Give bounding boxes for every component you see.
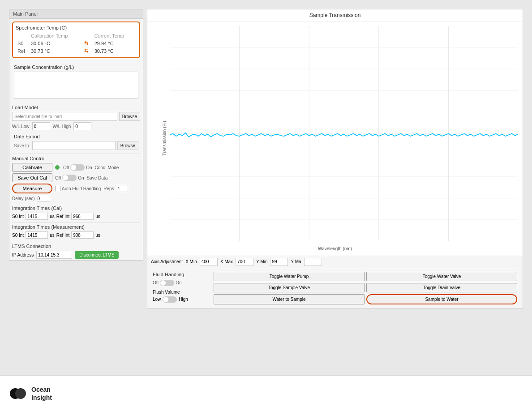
conc-mode-on-label: On: [86, 165, 92, 170]
fluid-off-label: Off: [153, 280, 159, 285]
ip-address-input[interactable]: [36, 251, 72, 259]
svg-point-34: [15, 388, 26, 399]
integration-meas-section: Integration Times (Measurement) S0 Int u…: [12, 223, 140, 240]
flush-high-label: High: [179, 297, 188, 302]
y-max-label: Y Ma: [291, 259, 301, 264]
save-path-input[interactable]: [32, 141, 116, 150]
fluid-handling-section: Fluid Handling Off On Flush Volume Low H…: [147, 268, 523, 308]
reps-label: Reps: [103, 186, 114, 191]
chart-area: Transmission (%): [147, 21, 523, 256]
int-cal-ref-input[interactable]: [71, 213, 94, 220]
int-cal-s0-input[interactable]: [26, 213, 48, 220]
manual-control-section: Manual Control Calibrate Off On Conc. Mo…: [12, 154, 140, 202]
footer: Ocean Insight: [0, 375, 532, 411]
wl-high-label: W/L High: [53, 124, 71, 129]
wl-low-input[interactable]: [32, 122, 50, 130]
conc-mode-off-label: Off: [63, 165, 69, 170]
auto-fluid-label: Auto Fluid Handling: [62, 186, 101, 191]
save-out-cal-button[interactable]: Save Out Cal: [12, 173, 52, 182]
browse-save-button[interactable]: Browse: [117, 141, 138, 150]
col-header-current: Current Temp: [93, 32, 137, 39]
int-cal-s0-label: S0 Int: [12, 214, 24, 219]
panel-title: Main Panel: [9, 9, 143, 19]
save-data-label: Save Data: [87, 176, 108, 180]
concentration-display: [14, 72, 138, 98]
fluid-btn-toggle-water-valve[interactable]: Toggle Water Valve: [366, 272, 517, 281]
calibrate-button[interactable]: Calibrate: [12, 163, 52, 172]
int-meas-ref-input[interactable]: [71, 231, 94, 239]
auto-fluid-checkbox[interactable]: [55, 186, 60, 191]
int-meas-s0-unit: us: [50, 233, 55, 238]
fluid-btn-water-to-sample[interactable]: Water to Sample: [214, 294, 365, 304]
ltms-section: LTMS Connection IP Address Disconnect LT…: [12, 242, 140, 259]
temp-row-name: S0: [16, 39, 29, 47]
int-cal-ref-label: Ref Int: [56, 214, 69, 219]
transmission-chart: 101 100.8 100.6 100.4 100.2 100 99.8 99.…: [170, 26, 518, 241]
x-axis-label: Wavelength (nm): [318, 246, 352, 251]
temp-arrow-icon: ⇆: [82, 39, 92, 47]
int-cal-s0-unit: us: [50, 214, 55, 219]
temp-arrow-icon: ⇆: [82, 47, 92, 55]
ltms-label: LTMS Connection: [12, 244, 140, 249]
temp-cal-value: 30.73 °C: [29, 47, 82, 55]
temp-cal-value: 30.06 °C: [29, 39, 82, 47]
int-meas-s0-label: S0 Int: [12, 233, 24, 238]
conc-mode-toggle[interactable]: [70, 164, 85, 171]
x-min-input[interactable]: [200, 258, 218, 266]
temp-current-value: 29.94 °C: [93, 39, 137, 47]
delay-input[interactable]: [37, 195, 50, 202]
model-file-input[interactable]: [12, 112, 117, 121]
sample-concentration-label: Sample Concentration (g/L): [14, 64, 138, 70]
integration-meas-label: Integration Times (Measurement): [12, 224, 140, 230]
fluid-btn-sample-to-water[interactable]: Sample to Water: [366, 294, 517, 304]
y-max-input[interactable]: [304, 258, 322, 266]
flush-low-label: Low: [153, 297, 161, 302]
reps-input[interactable]: [117, 185, 128, 192]
conc-mode-label: Conc. Mode: [95, 165, 119, 170]
x-max-label: X Max: [220, 259, 233, 264]
wl-low-label: W/L Low: [12, 124, 30, 129]
delay-label: Delay (sec): [12, 196, 35, 201]
fluid-btn-toggle-sample-valve[interactable]: Toggle Sample Valve: [214, 283, 365, 292]
int-meas-ref-unit: us: [95, 233, 100, 238]
measure-button[interactable]: Measure: [12, 184, 52, 193]
flush-volume-toggle[interactable]: [163, 296, 177, 303]
ocean-insight-logo-icon: [9, 385, 27, 402]
fluid-handling-label: Fluid Handling: [153, 272, 206, 277]
integration-cal-label: Integration Times (Cal): [12, 206, 140, 211]
manual-control-label: Manual Control: [12, 156, 140, 161]
wl-high-input[interactable]: [73, 122, 91, 130]
data-export-label: Date Export: [14, 134, 138, 139]
browse-model-button[interactable]: Browse: [119, 112, 140, 121]
load-model-section: Load Model Browse W/L Low W/L High: [12, 105, 140, 130]
save-data-off-label: Off: [55, 176, 61, 180]
spec-temp-section: Spectrometer Temp (C) Calibration Temp C…: [12, 21, 140, 58]
calibrate-status-indicator: [55, 165, 60, 170]
left-panel: Main Panel Spectrometer Temp (C) Calibra…: [9, 9, 143, 261]
fluid-btn-toggle-water-pump[interactable]: Toggle Water Pump: [214, 272, 365, 281]
int-meas-ref-label: Ref Int: [56, 233, 69, 238]
int-meas-s0-input[interactable]: [26, 231, 48, 239]
y-min-label: Y Min: [256, 259, 267, 264]
x-max-input[interactable]: [236, 258, 253, 266]
spec-temp-label: Spectrometer Temp (C): [16, 25, 137, 30]
load-model-label: Load Model: [12, 105, 140, 110]
fluid-handling-toggle[interactable]: [160, 280, 174, 286]
x-min-label: X Min: [185, 259, 197, 264]
integration-cal-section: Integration Times (Cal) S0 Int us Ref In…: [12, 204, 140, 221]
temp-row-name: Ref: [16, 47, 29, 55]
disconnect-ltms-button[interactable]: Disconnect LTMS: [75, 251, 119, 259]
int-cal-ref-unit: us: [95, 214, 100, 219]
flush-volume-label: Flush Volume: [153, 290, 180, 295]
save-data-toggle[interactable]: [62, 175, 77, 181]
fluid-on-label: On: [176, 280, 181, 285]
fluid-buttons-grid: Toggle Water PumpToggle Water ValveToggl…: [214, 272, 517, 304]
chart-title: Sample Transmission: [147, 9, 523, 21]
right-panel: Sample Transmission Transmission (%): [147, 9, 523, 308]
col-header-cal: Calibration Temp: [29, 32, 82, 39]
sample-concentration-section: Sample Concentration (g/L): [12, 63, 140, 102]
axis-adj-label: Axis Adjustment: [151, 259, 183, 264]
y-axis-label: Transmission (%): [162, 121, 167, 156]
fluid-btn-toggle-drain-valve[interactable]: Toggle Drain Valve: [366, 283, 517, 292]
y-min-input[interactable]: [270, 258, 288, 266]
